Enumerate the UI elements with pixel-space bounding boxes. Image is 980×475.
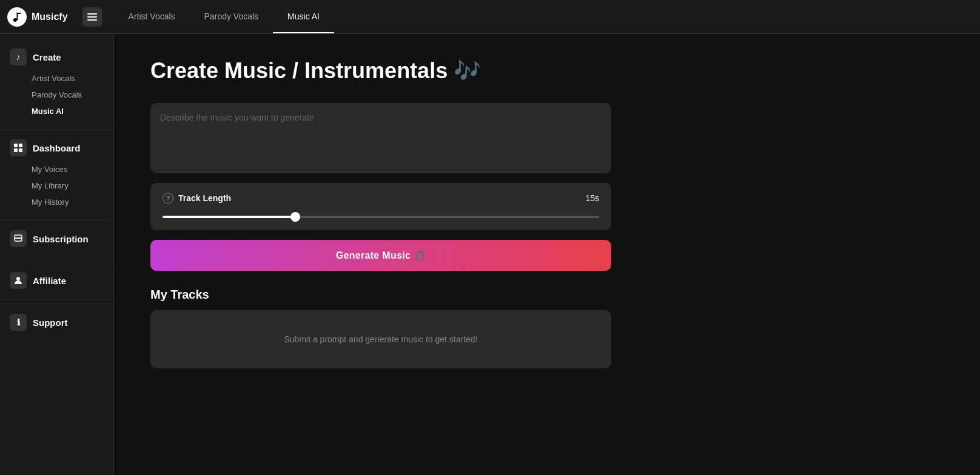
sidebar-divider-1: [0, 129, 113, 130]
menu-button[interactable]: [82, 7, 102, 27]
sidebar-item-artist-vocals[interactable]: Artist Vocals: [0, 70, 113, 87]
sidebar-section-subscription: Subscription: [0, 225, 113, 252]
app-body: ♪ Create Artist Vocals Parody Vocals Mus…: [0, 34, 980, 475]
track-length-header: ? Track Length 15s: [163, 193, 599, 204]
logo-icon: [7, 7, 27, 27]
svg-rect-5: [87, 19, 97, 21]
svg-rect-2: [17, 13, 21, 14]
svg-point-0: [13, 18, 17, 22]
generate-button[interactable]: Generate Music 🎵: [150, 240, 611, 271]
sidebar-section-support: ℹ Support: [0, 309, 113, 336]
support-icon: ℹ: [10, 314, 27, 331]
my-tracks-section: My Tracks Submit a prompt and generate m…: [150, 288, 944, 368]
app-logo: Musicfy: [7, 7, 68, 27]
svg-rect-3: [87, 13, 97, 15]
track-length-value: 15s: [585, 193, 599, 203]
affiliate-icon: [10, 272, 27, 289]
page-title: Create Music / Instrumentals 🎶: [150, 58, 944, 84]
main-content: Create Music / Instrumentals 🎶 ? Track L…: [114, 34, 980, 475]
tab-artist-vocals[interactable]: Artist Vocals: [114, 0, 190, 33]
svg-rect-6: [14, 144, 18, 147]
sidebar-item-my-voices[interactable]: My Voices: [0, 161, 113, 178]
svg-rect-9: [19, 148, 22, 152]
topnav-tabs: Artist Vocals Parody Vocals Music AI: [114, 0, 334, 33]
sidebar-support-title[interactable]: ℹ Support: [0, 309, 113, 336]
sidebar-dashboard-title[interactable]: Dashboard: [0, 135, 113, 161]
sidebar-divider-2: [0, 220, 113, 221]
tab-music-ai[interactable]: Music AI: [273, 0, 334, 33]
svg-rect-4: [87, 16, 97, 18]
tab-parody-vocals[interactable]: Parody Vocals: [190, 0, 274, 33]
slider-container: [163, 210, 599, 221]
create-icon: ♪: [10, 48, 27, 65]
app-name: Musicfy: [32, 12, 68, 22]
sidebar-section-dashboard: Dashboard My Voices My Library My Histor…: [0, 135, 113, 210]
track-length-help-icon[interactable]: ?: [163, 193, 173, 204]
sidebar: ♪ Create Artist Vocals Parody Vocals Mus…: [0, 34, 114, 475]
svg-point-12: [16, 277, 20, 281]
sidebar-subscription-title[interactable]: Subscription: [0, 225, 113, 252]
sidebar-item-my-library[interactable]: My Library: [0, 178, 113, 194]
svg-rect-11: [15, 238, 22, 239]
dashboard-icon: [10, 139, 27, 156]
sidebar-item-music-ai[interactable]: Music AI: [0, 103, 113, 119]
sidebar-create-title[interactable]: ♪ Create: [0, 44, 113, 70]
track-length-slider[interactable]: [163, 216, 599, 218]
svg-rect-8: [14, 148, 18, 152]
sidebar-divider-3: [0, 262, 113, 262]
svg-rect-7: [19, 144, 22, 147]
sidebar-section-create: ♪ Create Artist Vocals Parody Vocals Mus…: [0, 44, 113, 119]
sidebar-item-my-history[interactable]: My History: [0, 194, 113, 210]
subscription-icon: [10, 230, 27, 247]
sidebar-section-affiliate: Affiliate: [0, 267, 113, 294]
sidebar-affiliate-title[interactable]: Affiliate: [0, 267, 113, 294]
track-length-card: ? Track Length 15s: [150, 183, 611, 230]
track-length-label: ? Track Length: [163, 193, 231, 204]
sidebar-divider-4: [0, 304, 113, 304]
sidebar-item-parody-vocals[interactable]: Parody Vocals: [0, 87, 113, 103]
top-navigation: Musicfy Artist Vocals Parody Vocals Musi…: [0, 0, 980, 34]
tracks-empty-message: Submit a prompt and generate music to ge…: [150, 310, 611, 368]
prompt-textarea[interactable]: [160, 113, 602, 161]
prompt-card: [150, 103, 611, 173]
my-tracks-title: My Tracks: [150, 288, 944, 302]
